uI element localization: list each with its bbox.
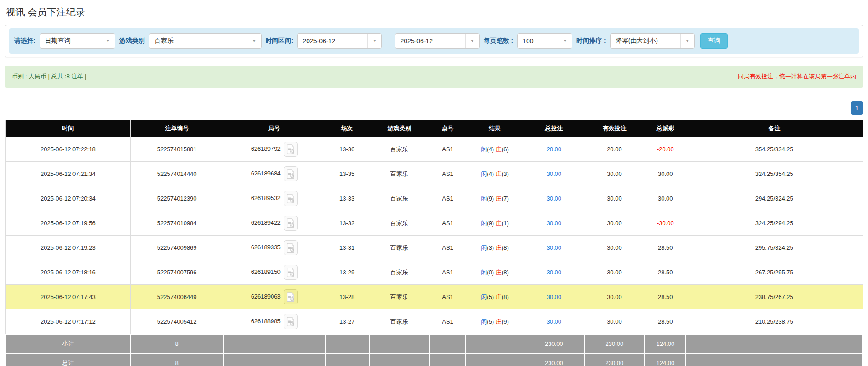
cell-valid-bet: 30.00 — [584, 236, 645, 260]
chevron-down-icon[interactable]: ▼ — [558, 34, 572, 48]
total-bet-link[interactable]: 30.00 — [547, 220, 562, 227]
cell-bet-id: 522574007596 — [131, 260, 223, 285]
currency-total-text: 币别 : 人民币 | 总共 :8 注单 | — [12, 72, 87, 81]
cell-game-type: 百家乐 — [369, 162, 430, 186]
result-banker-label: 庄 — [496, 170, 502, 177]
cell-valid-bet: 30.00 — [584, 162, 645, 186]
subtotal-count: 8 — [131, 334, 223, 353]
result-banker-label: 庄 — [496, 146, 502, 153]
result-player-label: 闲 — [481, 318, 487, 325]
cell-remark: 324.25/294.25 — [686, 211, 863, 236]
cell-total-bet: 30.00 — [524, 211, 584, 236]
total-bet-link[interactable]: 20.00 — [547, 146, 562, 153]
total-bet-link[interactable]: 30.00 — [547, 170, 562, 177]
game-type-label: 游戏类别 — [119, 37, 145, 45]
cell-game-type: 百家乐 — [369, 236, 430, 260]
header-game-type: 游戏类别 — [369, 120, 430, 137]
total-bet-link[interactable]: 30.00 — [547, 294, 562, 300]
video-replay-button[interactable] — [284, 166, 298, 181]
page-size-select[interactable]: 100 ▼ — [517, 33, 572, 49]
result-banker-score: (8) — [502, 244, 509, 251]
total-bet-link[interactable]: 30.00 — [547, 318, 562, 325]
date-from-select[interactable]: 2025-06-12 ▼ — [297, 33, 382, 49]
cell-session: 13-36 — [325, 137, 369, 162]
cell-time: 2025-06-12 07:19:56 — [5, 211, 131, 236]
chevron-down-icon[interactable]: ▼ — [680, 34, 694, 48]
query-type-select[interactable]: 日期查询 ▼ — [40, 33, 115, 49]
chevron-down-icon[interactable]: ▼ — [247, 34, 261, 48]
header-round-id: 局号 — [223, 120, 325, 137]
video-replay-button[interactable] — [284, 314, 298, 329]
page-1-button[interactable]: 1 — [851, 101, 863, 115]
total-bet-link[interactable]: 30.00 — [547, 269, 562, 276]
cell-session: 13-35 — [325, 162, 369, 186]
total-bet-link[interactable]: 30.00 — [547, 244, 562, 251]
cell-total-bet: 30.00 — [524, 162, 584, 186]
cell-round-id: 626189422 — [223, 211, 325, 236]
result-banker-score: (6) — [502, 146, 509, 153]
chevron-down-icon[interactable]: ▼ — [101, 34, 115, 48]
video-replay-button[interactable] — [284, 240, 298, 255]
result-banker-score: (1) — [502, 220, 509, 227]
cell-round-id: 626189532 — [223, 186, 325, 211]
round-id-value: 626189150 — [251, 268, 281, 275]
date-to-select[interactable]: 2025-06-12 ▼ — [395, 33, 480, 49]
cell-total-bet: 30.00 — [524, 260, 584, 285]
sort-order-label: 时间排序 : — [576, 37, 606, 45]
video-replay-button[interactable] — [284, 265, 298, 280]
sort-order-select[interactable]: 降幂(由大到小) ▼ — [610, 33, 695, 49]
result-banker-label: 庄 — [496, 195, 502, 202]
cell-valid-bet: 30.00 — [584, 186, 645, 211]
cell-result: 闲(5) 庄(9) — [466, 309, 524, 335]
cell-round-id: 626189335 — [223, 236, 325, 260]
round-id-value: 626189532 — [251, 195, 281, 201]
result-player-score: (5) — [487, 318, 494, 325]
video-replay-icon — [287, 218, 295, 228]
header-valid-bet: 有效投注 — [584, 120, 645, 137]
subtotal-payout: 124.00 — [645, 334, 686, 353]
video-replay-icon — [287, 317, 295, 326]
cell-game-type: 百家乐 — [369, 309, 430, 335]
cell-result: 闲(9) 庄(7) — [466, 186, 524, 211]
cell-time: 2025-06-12 07:17:12 — [5, 309, 131, 335]
cell-valid-bet: 30.00 — [584, 260, 645, 285]
table-footer: 小计 8 230.00 230.00 124.00 总计 8 — [5, 334, 863, 366]
chevron-down-icon[interactable]: ▼ — [465, 34, 479, 48]
cell-result: 闲(4) 庄(6) — [466, 137, 524, 162]
cell-valid-bet: 20.00 — [584, 137, 645, 162]
result-player-score: (0) — [487, 269, 494, 276]
cell-total-bet: 30.00 — [524, 236, 584, 260]
video-replay-icon — [287, 292, 295, 302]
cell-game-type: 百家乐 — [369, 260, 430, 285]
result-banker-label: 庄 — [496, 269, 502, 276]
game-type-select[interactable]: 百家乐 ▼ — [149, 33, 262, 49]
table-row: 2025-06-12 07:17:12 522574005412 6261889… — [5, 309, 863, 335]
cell-round-id: 626189792 — [223, 137, 325, 162]
cell-table-no: AS1 — [430, 236, 466, 260]
cell-time: 2025-06-12 07:21:34 — [5, 162, 131, 186]
page-size-value: 100 — [518, 34, 558, 48]
header-payout: 总派彩 — [645, 120, 686, 137]
result-player-score: (4) — [487, 146, 494, 153]
cell-session: 13-33 — [325, 186, 369, 211]
header-table-no: 桌号 — [430, 120, 466, 137]
query-type-value: 日期查询 — [40, 34, 101, 48]
cell-session: 13-32 — [325, 211, 369, 236]
game-type-value: 百家乐 — [149, 34, 247, 48]
table-row: 2025-06-12 07:20:34 522574012390 6261895… — [5, 186, 863, 211]
select-type-label: 请选择: — [14, 37, 36, 45]
subtotal-row: 小计 8 230.00 230.00 124.00 — [5, 334, 863, 353]
page: 视讯 会员下注纪录 请选择: 日期查询 ▼ 游戏类别 百家乐 ▼ 时间区间: 2… — [0, 0, 868, 366]
cell-remark: 354.25/334.25 — [686, 137, 863, 162]
chevron-down-icon[interactable]: ▼ — [367, 34, 381, 48]
cell-payout: 28.50 — [645, 260, 686, 285]
video-replay-button[interactable] — [284, 289, 298, 304]
filter-bar: 请选择: 日期查询 ▼ 游戏类别 百家乐 ▼ 时间区间: 2025-06-12 … — [9, 28, 859, 54]
filter-panel: 请选择: 日期查询 ▼ 游戏类别 百家乐 ▼ 时间区间: 2025-06-12 … — [5, 25, 863, 57]
video-replay-button[interactable] — [284, 142, 298, 157]
search-button[interactable]: 查询 — [700, 33, 728, 49]
video-replay-button[interactable] — [284, 191, 298, 206]
cell-time: 2025-06-12 07:18:16 — [5, 260, 131, 285]
video-replay-button[interactable] — [284, 216, 298, 231]
total-bet-link[interactable]: 30.00 — [547, 195, 562, 202]
